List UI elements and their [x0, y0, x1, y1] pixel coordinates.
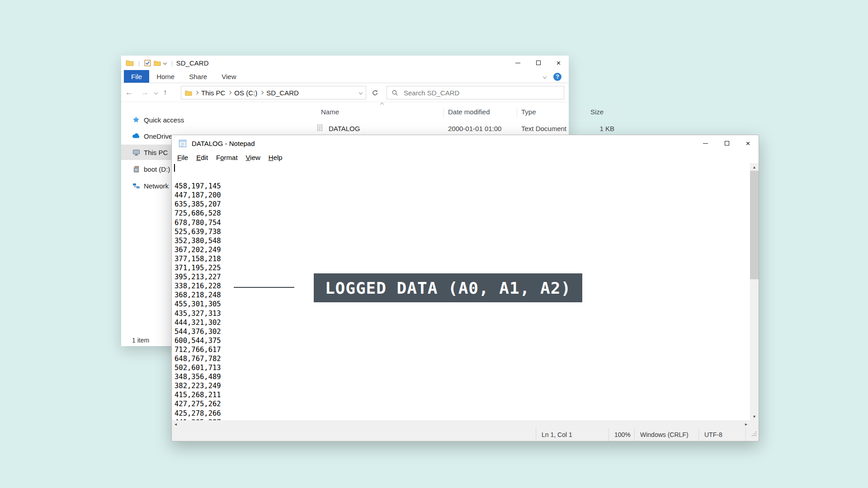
- text-line: 678,780,754: [175, 218, 750, 227]
- minimize-icon: [515, 63, 520, 63]
- scroll-right-icon[interactable]: ▸: [742, 420, 750, 428]
- minimize-button[interactable]: [695, 135, 716, 151]
- breadcrumb-sd-card[interactable]: SD_CARD: [266, 89, 299, 97]
- text-line: 382,223,249: [175, 381, 750, 390]
- menu-file[interactable]: File: [173, 154, 192, 161]
- recent-locations-icon[interactable]: [154, 90, 158, 94]
- column-divider[interactable]: [580, 108, 581, 117]
- menu-format[interactable]: Format: [212, 154, 242, 161]
- sidebar-item-quick-access[interactable]: Quick access: [121, 112, 219, 127]
- explorer-window-title: SD_CARD: [176, 59, 209, 67]
- minimize-icon: [703, 143, 708, 144]
- column-header-name[interactable]: Name: [321, 108, 339, 116]
- minimize-ribbon-icon[interactable]: [543, 75, 547, 78]
- address-dropdown-icon[interactable]: [359, 91, 363, 94]
- status-encoding: UTF-8: [698, 428, 745, 441]
- text-line: 348,356,489: [175, 372, 750, 381]
- notepad-titlebar[interactable]: DATALOG - Notepad ×: [172, 135, 759, 151]
- monitor-icon: [132, 149, 140, 156]
- help-icon[interactable]: ?: [553, 73, 561, 81]
- text-line: 415,268,211: [175, 390, 750, 399]
- close-button[interactable]: ×: [548, 56, 569, 70]
- new-folder-icon[interactable]: [154, 60, 161, 66]
- file-type: Text Document: [521, 125, 566, 132]
- annotation-pointer-line: [234, 287, 294, 288]
- column-divider[interactable]: [622, 108, 622, 117]
- horizontal-scrollbar[interactable]: ◂ ▸: [172, 420, 750, 428]
- notepad-status-bar: Ln 1, Col 1 100% Windows (CRLF) UTF-8: [172, 428, 759, 441]
- text-line: 444,321,302: [175, 318, 750, 327]
- qat-customize-icon[interactable]: [163, 61, 167, 65]
- scroll-left-icon[interactable]: ◂: [172, 420, 179, 428]
- text-line: 377,158,218: [175, 254, 750, 263]
- network-icon: [132, 183, 140, 189]
- refresh-button[interactable]: [368, 86, 382, 99]
- text-line: 725,686,528: [175, 209, 750, 218]
- tab-file[interactable]: File: [124, 70, 149, 83]
- text-line: 648,767,782: [175, 354, 750, 363]
- minimize-button[interactable]: [508, 56, 528, 70]
- vertical-scrollbar[interactable]: ▴ ▾: [750, 163, 759, 420]
- divider: |: [169, 60, 174, 66]
- tab-share[interactable]: Share: [182, 70, 214, 83]
- status-zoom-level: 100%: [609, 428, 634, 441]
- maximize-button[interactable]: [528, 56, 548, 70]
- column-divider[interactable]: [517, 108, 517, 117]
- breadcrumb-this-pc[interactable]: This PC: [201, 89, 225, 97]
- close-button[interactable]: ×: [737, 135, 759, 151]
- forward-button[interactable]: →: [137, 88, 153, 97]
- text-line: 502,601,713: [175, 363, 750, 372]
- breadcrumb-os-c[interactable]: OS (C:): [234, 89, 257, 97]
- star-icon: [132, 116, 140, 123]
- scroll-up-icon[interactable]: ▴: [750, 163, 759, 171]
- text-line: 352,380,548: [175, 236, 750, 245]
- address-bar[interactable]: This PC OS (C:) SD_CARD: [181, 86, 366, 99]
- file-size: 1 KB: [571, 125, 614, 132]
- crumb-separator-icon: [195, 91, 198, 94]
- text-line: 525,639,738: [175, 227, 750, 236]
- menu-edit[interactable]: Edit: [192, 154, 212, 161]
- folder-icon: [185, 90, 192, 96]
- notepad-menubar: File Edit Format View Help: [173, 151, 759, 163]
- up-button[interactable]: ↑: [159, 88, 171, 97]
- explorer-titlebar[interactable]: | | SD_CARD ×: [121, 56, 569, 70]
- maximize-icon: [536, 61, 541, 65]
- menu-view[interactable]: View: [242, 154, 264, 161]
- tab-home[interactable]: Home: [149, 70, 182, 83]
- menu-help[interactable]: Help: [264, 154, 287, 161]
- file-row-datalog[interactable]: DATALOG 2000-01-01 01:00 Text Document 1…: [219, 122, 569, 135]
- text-line: 712,766,617: [175, 345, 750, 354]
- text-line: 635,385,207: [175, 200, 750, 209]
- column-header-type[interactable]: Type: [521, 108, 536, 116]
- close-icon: ×: [746, 140, 750, 147]
- column-headers: Name Date modified Type Size: [219, 107, 569, 118]
- tab-view[interactable]: View: [214, 70, 243, 83]
- sd-card-icon: SD: [132, 166, 140, 173]
- text-line: 367,202,249: [175, 245, 750, 254]
- scrollbar-thumb[interactable]: [750, 171, 759, 279]
- svg-text:SD: SD: [134, 169, 137, 171]
- sort-ascending-icon: [380, 103, 384, 106]
- text-line: 435,327,313: [175, 309, 750, 318]
- cloud-icon: [132, 133, 140, 139]
- column-divider[interactable]: [443, 108, 444, 117]
- divider: |: [137, 60, 142, 66]
- column-header-size[interactable]: Size: [590, 108, 604, 116]
- maximize-button[interactable]: [716, 135, 737, 151]
- search-input[interactable]: [403, 89, 559, 97]
- item-count: 1 item: [132, 337, 149, 344]
- crumb-separator-icon: [260, 91, 264, 94]
- back-button[interactable]: ←: [121, 88, 137, 97]
- notepad-window-title: DATALOG - Notepad: [192, 140, 255, 147]
- column-header-date-modified[interactable]: Date modified: [448, 108, 490, 116]
- explorer-status-bar: 1 item: [121, 334, 149, 346]
- properties-check-icon[interactable]: [144, 60, 151, 66]
- folder-icon: [126, 60, 134, 66]
- text-document-icon: [317, 124, 323, 132]
- annotation-label: LOGGED DATA (A0, A1, A2): [314, 273, 582, 302]
- scroll-down-icon[interactable]: ▾: [750, 413, 759, 420]
- search-icon: [392, 89, 398, 96]
- text-line: 447,187,200: [175, 191, 750, 200]
- search-box[interactable]: [387, 86, 564, 99]
- resize-grip[interactable]: [745, 428, 759, 441]
